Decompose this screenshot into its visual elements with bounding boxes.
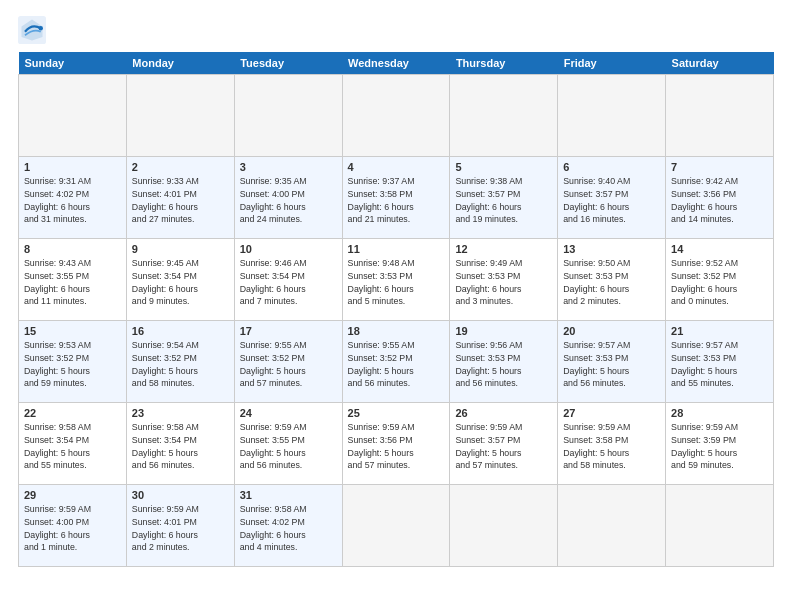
day-info: Sunrise: 9:35 AM Sunset: 4:00 PM Dayligh… [240, 175, 337, 226]
day-number: 31 [240, 489, 337, 501]
page: SundayMondayTuesdayWednesdayThursdayFrid… [0, 0, 792, 612]
day-info: Sunrise: 9:59 AM Sunset: 3:55 PM Dayligh… [240, 421, 337, 472]
day-number: 5 [455, 161, 552, 173]
day-cell: 6Sunrise: 9:40 AM Sunset: 3:57 PM Daylig… [558, 157, 666, 239]
day-info: Sunrise: 9:59 AM Sunset: 3:58 PM Dayligh… [563, 421, 660, 472]
day-number: 17 [240, 325, 337, 337]
col-header-saturday: Saturday [666, 52, 774, 75]
day-number: 16 [132, 325, 229, 337]
day-info: Sunrise: 9:38 AM Sunset: 3:57 PM Dayligh… [455, 175, 552, 226]
day-number: 9 [132, 243, 229, 255]
day-cell: 27Sunrise: 9:59 AM Sunset: 3:58 PM Dayli… [558, 403, 666, 485]
day-number: 10 [240, 243, 337, 255]
day-cell: 30Sunrise: 9:59 AM Sunset: 4:01 PM Dayli… [126, 485, 234, 567]
week-row-3: 8Sunrise: 9:43 AM Sunset: 3:55 PM Daylig… [19, 239, 774, 321]
day-cell [450, 485, 558, 567]
day-info: Sunrise: 9:33 AM Sunset: 4:01 PM Dayligh… [132, 175, 229, 226]
day-cell [450, 75, 558, 157]
day-info: Sunrise: 9:58 AM Sunset: 4:02 PM Dayligh… [240, 503, 337, 554]
day-cell [126, 75, 234, 157]
logo [18, 16, 50, 44]
day-cell: 18Sunrise: 9:55 AM Sunset: 3:52 PM Dayli… [342, 321, 450, 403]
day-cell: 1Sunrise: 9:31 AM Sunset: 4:02 PM Daylig… [19, 157, 127, 239]
day-cell: 9Sunrise: 9:45 AM Sunset: 3:54 PM Daylig… [126, 239, 234, 321]
day-info: Sunrise: 9:50 AM Sunset: 3:53 PM Dayligh… [563, 257, 660, 308]
day-cell: 10Sunrise: 9:46 AM Sunset: 3:54 PM Dayli… [234, 239, 342, 321]
week-row-5: 22Sunrise: 9:58 AM Sunset: 3:54 PM Dayli… [19, 403, 774, 485]
day-number: 3 [240, 161, 337, 173]
day-cell: 31Sunrise: 9:58 AM Sunset: 4:02 PM Dayli… [234, 485, 342, 567]
calendar-table: SundayMondayTuesdayWednesdayThursdayFrid… [18, 52, 774, 567]
svg-point-2 [39, 26, 43, 30]
day-number: 26 [455, 407, 552, 419]
day-number: 1 [24, 161, 121, 173]
day-number: 21 [671, 325, 768, 337]
day-cell [234, 75, 342, 157]
day-info: Sunrise: 9:55 AM Sunset: 3:52 PM Dayligh… [348, 339, 445, 390]
day-info: Sunrise: 9:59 AM Sunset: 4:01 PM Dayligh… [132, 503, 229, 554]
day-info: Sunrise: 9:42 AM Sunset: 3:56 PM Dayligh… [671, 175, 768, 226]
day-info: Sunrise: 9:56 AM Sunset: 3:53 PM Dayligh… [455, 339, 552, 390]
day-info: Sunrise: 9:57 AM Sunset: 3:53 PM Dayligh… [563, 339, 660, 390]
day-number: 8 [24, 243, 121, 255]
col-header-sunday: Sunday [19, 52, 127, 75]
day-cell: 25Sunrise: 9:59 AM Sunset: 3:56 PM Dayli… [342, 403, 450, 485]
day-cell: 5Sunrise: 9:38 AM Sunset: 3:57 PM Daylig… [450, 157, 558, 239]
day-cell: 19Sunrise: 9:56 AM Sunset: 3:53 PM Dayli… [450, 321, 558, 403]
week-row-4: 15Sunrise: 9:53 AM Sunset: 3:52 PM Dayli… [19, 321, 774, 403]
day-info: Sunrise: 9:48 AM Sunset: 3:53 PM Dayligh… [348, 257, 445, 308]
day-cell: 7Sunrise: 9:42 AM Sunset: 3:56 PM Daylig… [666, 157, 774, 239]
day-number: 24 [240, 407, 337, 419]
day-number: 15 [24, 325, 121, 337]
day-info: Sunrise: 9:37 AM Sunset: 3:58 PM Dayligh… [348, 175, 445, 226]
header [18, 16, 774, 44]
day-info: Sunrise: 9:54 AM Sunset: 3:52 PM Dayligh… [132, 339, 229, 390]
day-number: 12 [455, 243, 552, 255]
day-number: 23 [132, 407, 229, 419]
day-cell: 11Sunrise: 9:48 AM Sunset: 3:53 PM Dayli… [342, 239, 450, 321]
week-row-2: 1Sunrise: 9:31 AM Sunset: 4:02 PM Daylig… [19, 157, 774, 239]
col-header-monday: Monday [126, 52, 234, 75]
day-cell: 22Sunrise: 9:58 AM Sunset: 3:54 PM Dayli… [19, 403, 127, 485]
header-row: SundayMondayTuesdayWednesdayThursdayFrid… [19, 52, 774, 75]
day-info: Sunrise: 9:59 AM Sunset: 3:57 PM Dayligh… [455, 421, 552, 472]
day-cell: 15Sunrise: 9:53 AM Sunset: 3:52 PM Dayli… [19, 321, 127, 403]
day-cell: 20Sunrise: 9:57 AM Sunset: 3:53 PM Dayli… [558, 321, 666, 403]
day-info: Sunrise: 9:40 AM Sunset: 3:57 PM Dayligh… [563, 175, 660, 226]
day-cell: 12Sunrise: 9:49 AM Sunset: 3:53 PM Dayli… [450, 239, 558, 321]
day-cell: 21Sunrise: 9:57 AM Sunset: 3:53 PM Dayli… [666, 321, 774, 403]
logo-icon [18, 16, 46, 44]
day-cell: 23Sunrise: 9:58 AM Sunset: 3:54 PM Dayli… [126, 403, 234, 485]
day-number: 27 [563, 407, 660, 419]
day-number: 4 [348, 161, 445, 173]
col-header-friday: Friday [558, 52, 666, 75]
day-cell [342, 75, 450, 157]
day-info: Sunrise: 9:59 AM Sunset: 3:56 PM Dayligh… [348, 421, 445, 472]
day-cell: 29Sunrise: 9:59 AM Sunset: 4:00 PM Dayli… [19, 485, 127, 567]
week-row-6: 29Sunrise: 9:59 AM Sunset: 4:00 PM Dayli… [19, 485, 774, 567]
day-cell: 4Sunrise: 9:37 AM Sunset: 3:58 PM Daylig… [342, 157, 450, 239]
day-number: 20 [563, 325, 660, 337]
day-cell: 28Sunrise: 9:59 AM Sunset: 3:59 PM Dayli… [666, 403, 774, 485]
day-number: 25 [348, 407, 445, 419]
day-info: Sunrise: 9:43 AM Sunset: 3:55 PM Dayligh… [24, 257, 121, 308]
day-number: 14 [671, 243, 768, 255]
day-number: 6 [563, 161, 660, 173]
day-cell: 26Sunrise: 9:59 AM Sunset: 3:57 PM Dayli… [450, 403, 558, 485]
day-number: 19 [455, 325, 552, 337]
day-number: 2 [132, 161, 229, 173]
day-number: 30 [132, 489, 229, 501]
day-number: 11 [348, 243, 445, 255]
day-cell: 8Sunrise: 9:43 AM Sunset: 3:55 PM Daylig… [19, 239, 127, 321]
col-header-thursday: Thursday [450, 52, 558, 75]
day-cell: 14Sunrise: 9:52 AM Sunset: 3:52 PM Dayli… [666, 239, 774, 321]
day-cell [19, 75, 127, 157]
day-info: Sunrise: 9:46 AM Sunset: 3:54 PM Dayligh… [240, 257, 337, 308]
day-info: Sunrise: 9:58 AM Sunset: 3:54 PM Dayligh… [132, 421, 229, 472]
day-info: Sunrise: 9:52 AM Sunset: 3:52 PM Dayligh… [671, 257, 768, 308]
day-info: Sunrise: 9:31 AM Sunset: 4:02 PM Dayligh… [24, 175, 121, 226]
day-info: Sunrise: 9:59 AM Sunset: 4:00 PM Dayligh… [24, 503, 121, 554]
day-number: 18 [348, 325, 445, 337]
day-number: 7 [671, 161, 768, 173]
day-cell [666, 75, 774, 157]
